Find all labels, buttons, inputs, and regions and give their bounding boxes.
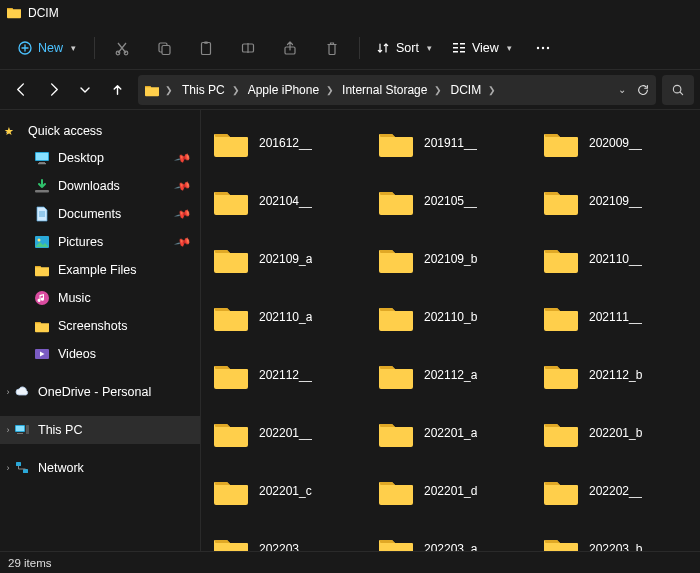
rename-button[interactable] (229, 31, 267, 65)
folder-icon (543, 360, 579, 390)
folder-item[interactable]: 202110_a (209, 294, 362, 340)
sidebar-item[interactable]: Music (0, 284, 200, 312)
folder-label: 201911__ (424, 136, 477, 150)
sidebar-item-this-pc[interactable]: › This PC (0, 416, 200, 444)
folder-icon (378, 244, 414, 274)
chevron-right-icon: ❯ (326, 85, 334, 95)
folder-item[interactable]: 202202__ (539, 468, 692, 514)
music-icon (34, 290, 50, 306)
sidebar-item[interactable]: Desktop📌 (0, 144, 200, 172)
folder-label: 202201_c (259, 484, 312, 498)
folder-item[interactable]: 202110__ (539, 236, 692, 282)
sidebar-item-onedrive[interactable]: › OneDrive - Personal (0, 378, 200, 406)
folder-icon (213, 128, 249, 158)
folder-icon (543, 302, 579, 332)
folder-item[interactable]: 202109__ (539, 178, 692, 224)
expand-icon: › (2, 387, 14, 397)
folder-item[interactable]: 202201_a (374, 410, 527, 456)
view-label: View (472, 41, 499, 55)
downloads-icon (34, 178, 50, 194)
address-dropdown-button[interactable]: ⌄ (618, 84, 626, 95)
sidebar-item-label: Desktop (58, 151, 104, 165)
sidebar-item-label: Documents (58, 207, 121, 221)
folder-item[interactable]: 202201__ (209, 410, 362, 456)
up-button[interactable] (102, 75, 132, 105)
breadcrumb-segment[interactable]: This PC❯ (178, 79, 244, 101)
folder-item[interactable]: 202203_b (539, 526, 692, 551)
view-button[interactable]: View ▾ (444, 35, 520, 61)
svg-point-31 (542, 46, 544, 48)
new-button[interactable]: New ▾ (8, 35, 86, 61)
folder-icon (213, 476, 249, 506)
search-box[interactable] (662, 75, 694, 105)
breadcrumb-segment[interactable]: DCIM❯ (446, 79, 500, 101)
sidebar-item-label: Videos (58, 347, 96, 361)
search-icon (671, 83, 685, 97)
chevron-right-icon: ❯ (434, 85, 442, 95)
folder-item[interactable]: 202112__ (209, 352, 362, 398)
content-pane[interactable]: 201612__201911__202009__202104__202105__… (201, 110, 700, 551)
separator (359, 37, 360, 59)
paste-button[interactable] (187, 31, 225, 65)
breadcrumb-segment[interactable]: Internal Storage❯ (338, 79, 446, 101)
folder-label: 202203__ (259, 542, 312, 551)
sidebar-item-label: Pictures (58, 235, 103, 249)
folder-label: 202112_b (589, 368, 642, 382)
sidebar-item[interactable]: Documents📌 (0, 200, 200, 228)
sort-button[interactable]: Sort ▾ (368, 35, 440, 61)
folder-item[interactable]: 202110_b (374, 294, 527, 340)
folder-icon (378, 186, 414, 216)
breadcrumb-segment[interactable]: Apple iPhone❯ (244, 79, 338, 101)
sidebar-item[interactable]: Screenshots (0, 312, 200, 340)
sidebar-item-network[interactable]: › Network (0, 454, 200, 482)
share-button[interactable] (271, 31, 309, 65)
folder-item[interactable]: 202104__ (209, 178, 362, 224)
sidebar-item[interactable]: Downloads📌 (0, 172, 200, 200)
folder-item[interactable]: 202009__ (539, 120, 692, 166)
pin-icon: 📌 (174, 177, 193, 195)
folder-item[interactable]: 202105__ (374, 178, 527, 224)
svg-rect-26 (453, 51, 458, 53)
folder-item[interactable]: 202109_b (374, 236, 527, 282)
sort-icon (376, 41, 390, 55)
folder-icon (378, 302, 414, 332)
recent-locations-button[interactable] (70, 75, 100, 105)
folder-item[interactable]: 202203_a (374, 526, 527, 551)
cut-button[interactable] (103, 31, 141, 65)
folder-item[interactable]: 201612__ (209, 120, 362, 166)
svg-rect-19 (162, 45, 170, 54)
folder-item[interactable]: 202203__ (209, 526, 362, 551)
refresh-button[interactable] (636, 83, 650, 97)
svg-point-32 (547, 46, 549, 48)
separator (94, 37, 95, 59)
folder-item[interactable]: 202111__ (539, 294, 692, 340)
folder-label: 202112_a (424, 368, 477, 382)
folder-icon (213, 360, 249, 390)
folder-icon (543, 244, 579, 274)
folder-label: 202109_a (259, 252, 312, 266)
sidebar-item[interactable]: Example Files (0, 256, 200, 284)
sidebar-item[interactable]: Videos (0, 340, 200, 368)
folder-item[interactable]: 202201_d (374, 468, 527, 514)
address-bar[interactable]: ❯ This PC❯Apple iPhone❯Internal Storage❯… (138, 75, 656, 105)
copy-button[interactable] (145, 31, 183, 65)
back-button[interactable] (6, 75, 36, 105)
forward-button[interactable] (38, 75, 68, 105)
folder-item[interactable]: 202201_c (209, 468, 362, 514)
folder-icon (378, 360, 414, 390)
svg-rect-29 (460, 51, 465, 53)
sidebar-item-quick-access[interactable]: ⌄ ★ Quick access (0, 118, 200, 144)
folder-icon (543, 186, 579, 216)
delete-button[interactable] (313, 31, 351, 65)
folder-item[interactable]: 201911__ (374, 120, 527, 166)
sidebar-item[interactable]: Pictures📌 (0, 228, 200, 256)
folder-item[interactable]: 202109_a (209, 236, 362, 282)
svg-rect-25 (453, 47, 458, 49)
folder-item[interactable]: 202112_b (539, 352, 692, 398)
address-folder-icon (144, 83, 160, 97)
more-button[interactable] (524, 31, 562, 65)
svg-rect-24 (453, 43, 458, 45)
folder-item[interactable]: 202201_b (539, 410, 692, 456)
expand-icon: › (2, 425, 14, 435)
folder-item[interactable]: 202112_a (374, 352, 527, 398)
